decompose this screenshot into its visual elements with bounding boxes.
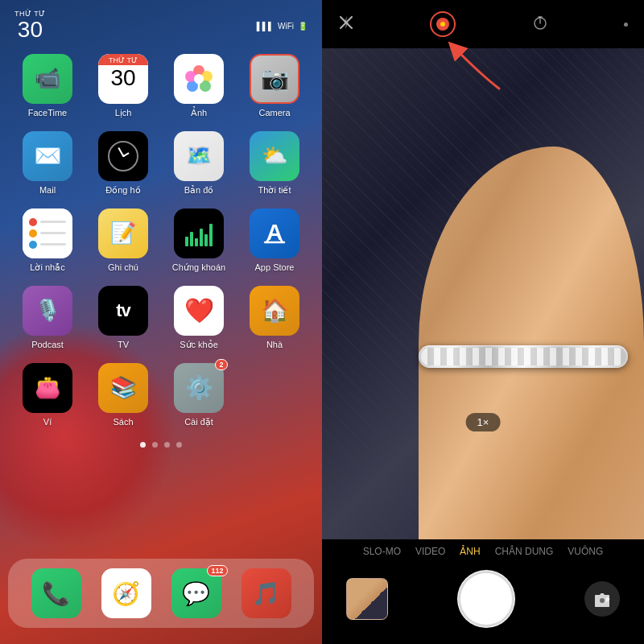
app-notes[interactable]: 📝 Ghi chú — [92, 208, 155, 273]
dock-icon-phone: 📞 — [31, 568, 81, 618]
app-maps[interactable]: 🗺️ Bản đồ — [167, 131, 230, 196]
status-bar: THỨ TƯ 30 ▌▌▌ WiFi 🔋 — [0, 0, 322, 46]
app-icon-clock — [98, 131, 148, 181]
app-icon-tv: tv — [98, 286, 148, 336]
zoom-level: 1× — [477, 416, 489, 428]
dock-icon-messages: 💬 112 — [171, 568, 221, 618]
app-label-mail: Mail — [39, 185, 56, 195]
live-photo-inner — [436, 18, 449, 31]
app-icon-wallet: 👛 — [23, 363, 72, 413]
calendar-day-label: THỨ TƯ — [98, 54, 148, 65]
app-health[interactable]: ❤️ Sức khỏe — [167, 286, 230, 350]
app-label-health: Sức khỏe — [180, 340, 218, 350]
shutter-button[interactable] — [457, 570, 515, 628]
mode-photo[interactable]: ẢNH — [460, 546, 480, 557]
app-label-wallet: Ví — [43, 417, 52, 427]
timer-icon[interactable] — [532, 14, 548, 34]
app-label-camera: Camera — [258, 108, 290, 118]
app-home[interactable]: 🏠 Nhà — [243, 286, 306, 350]
svg-point-5 — [194, 74, 204, 84]
dock-music[interactable]: 🎵 — [242, 568, 291, 618]
dock: 📞 🧭 💬 112 🎵 — [8, 559, 314, 628]
camera-viewfinder: 1× — [322, 48, 644, 539]
app-label-photos: Ảnh — [191, 108, 207, 118]
app-stocks[interactable]: Chứng khoán — [167, 208, 230, 273]
calendar-date-num: 30 — [110, 65, 135, 89]
app-icon-facetime: 📹 — [23, 54, 72, 104]
settings-badge: 2 — [215, 359, 228, 370]
app-calendar[interactable]: THỨ TƯ 30 Lịch — [92, 54, 155, 118]
app-icon-home: 🏠 — [250, 286, 299, 336]
app-clock[interactable]: Đồng hồ — [92, 131, 155, 196]
app-label-settings: Cài đặt — [184, 417, 213, 427]
app-label-appstore: App Store — [255, 262, 295, 272]
camera-mode-strip: SLO-MO VIDEO ẢNH CHÂN DUNG VUÔNG — [322, 539, 644, 562]
signal-icon: ▌▌▌ — [257, 22, 274, 31]
mode-portrait[interactable]: CHÂN DUNG — [495, 546, 554, 557]
iphone-home-screen: THỨ TƯ 30 ▌▌▌ WiFi 🔋 📹 FaceTime THỨ TƯ 3… — [0, 0, 322, 644]
app-label-weather: Thời tiết — [258, 185, 291, 196]
app-reminders[interactable]: Lời nhắc — [16, 208, 79, 273]
mode-square[interactable]: VUÔNG — [568, 546, 603, 557]
app-icon-camera: 📷 — [250, 54, 299, 104]
last-photo-thumbnail[interactable] — [346, 578, 388, 620]
mode-slomo[interactable]: SLO-MO — [363, 546, 401, 557]
app-icon-books: 📚 — [98, 363, 148, 413]
app-icon-reminders — [23, 208, 72, 258]
camera-more-options[interactable] — [624, 23, 628, 27]
app-icon-appstore: A — [250, 208, 299, 258]
app-label-books: Sách — [113, 417, 133, 427]
camera-top-bar — [322, 0, 644, 48]
app-label-maps: Bản đồ — [184, 185, 214, 196]
dock-safari[interactable]: 🧭 — [101, 568, 151, 618]
flip-camera-button[interactable] — [584, 581, 620, 617]
page-indicator — [0, 436, 322, 454]
app-label-tv: TV — [118, 340, 129, 349]
flash-icon[interactable] — [338, 14, 354, 35]
app-label-stocks: Chứng khoán — [172, 262, 225, 273]
bracelet — [419, 345, 628, 368]
app-wallet[interactable]: 👛 Ví — [16, 363, 79, 427]
app-weather[interactable]: ⛅ Thời tiết — [243, 131, 306, 196]
camera-controls — [322, 562, 644, 644]
dock-messages[interactable]: 💬 112 — [171, 568, 221, 618]
dot-1 — [140, 442, 146, 448]
wifi-icon: WiFi — [278, 22, 294, 31]
camera-app: 1× SLO-MO VIDEO ẢNH CHÂN DUNG VUÔNG — [322, 0, 644, 644]
app-mail[interactable]: ✉️ Mail — [16, 131, 79, 196]
app-label-podcasts: Podcast — [31, 340, 64, 349]
svg-text:A: A — [266, 220, 283, 245]
mode-video[interactable]: VIDEO — [415, 546, 445, 557]
app-photos[interactable]: Ảnh — [167, 54, 230, 118]
app-books[interactable]: 📚 Sách — [92, 363, 155, 427]
dot-4 — [176, 442, 182, 448]
app-icon-stocks — [174, 208, 224, 258]
app-podcasts[interactable]: 🎙️ Podcast — [16, 286, 79, 350]
live-photo-button[interactable] — [430, 11, 456, 37]
app-icon-photos — [174, 54, 224, 104]
app-appstore[interactable]: A App Store — [243, 208, 306, 273]
app-tv[interactable]: tv TV — [92, 286, 155, 350]
status-date-num: 30 — [18, 18, 43, 43]
clock-face — [108, 141, 138, 171]
status-icons: ▌▌▌ WiFi 🔋 — [257, 22, 308, 31]
app-icon-podcasts: 🎙️ — [23, 286, 72, 336]
dock-icon-music: 🎵 — [242, 568, 291, 618]
app-label-reminders: Lời nhắc — [30, 262, 64, 273]
app-grid: 📹 FaceTime THỨ TƯ 30 Lịch — [0, 46, 322, 436]
app-label-clock: Đồng hồ — [105, 185, 140, 196]
app-icon-maps: 🗺️ — [174, 131, 224, 181]
app-icon-mail: ✉️ — [23, 131, 72, 181]
app-settings[interactable]: ⚙️ 2 Cài đặt — [167, 363, 230, 427]
app-label-facetime: FaceTime — [28, 108, 68, 118]
dock-phone[interactable]: 📞 — [31, 568, 81, 618]
app-camera[interactable]: 📷 Camera — [243, 54, 306, 118]
app-facetime[interactable]: 📹 FaceTime — [16, 54, 79, 118]
app-label-notes: Ghi chú — [108, 262, 138, 272]
live-photo-dot — [440, 22, 445, 27]
battery-icon: 🔋 — [298, 22, 308, 31]
app-label-home: Nhà — [266, 340, 283, 349]
zoom-indicator[interactable]: 1× — [466, 413, 501, 431]
app-label-calendar: Lịch — [115, 108, 132, 118]
messages-badge: 112 — [207, 565, 227, 576]
